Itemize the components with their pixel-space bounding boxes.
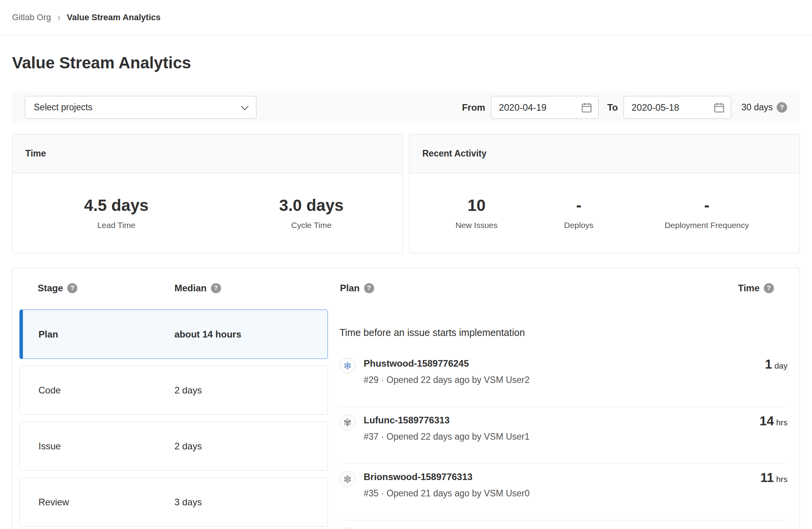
- lead-time-label: Lead Time: [12, 221, 220, 230]
- stage-description: Time before an issue starts implementati…: [340, 327, 788, 338]
- chevron-down-icon: [241, 103, 249, 110]
- event-row: ✾ Lufunc-1589776313 #37 · Opened 22 days…: [340, 407, 788, 464]
- help-icon[interactable]: ?: [67, 283, 77, 293]
- median-header-label: Median: [174, 283, 207, 294]
- deployment-frequency-metric: - Deployment Frequency: [614, 197, 800, 230]
- event-row: ✽ Brionswood-1589776313 #35 · Opened 21 …: [340, 464, 788, 520]
- flower-identicon-avatar: ✾: [340, 414, 355, 430]
- filter-bar: Select projects From To: [12, 92, 800, 123]
- event-issue-link[interactable]: Brionswood-1589776313: [364, 471, 753, 483]
- burst-identicon-avatar: ✽: [340, 471, 355, 487]
- stage-median: 2 days: [174, 385, 202, 396]
- deploys-metric: - Deploys: [544, 197, 614, 230]
- help-icon[interactable]: ?: [364, 283, 374, 293]
- stage-item-code[interactable]: Code 2 days: [19, 365, 328, 415]
- calendar-icon[interactable]: [714, 102, 725, 113]
- time-card: Time 4.5 days Lead Time 3.0 days Cycle T…: [12, 134, 403, 253]
- summary-cards: Time 4.5 days Lead Time 3.0 days Cycle T…: [12, 134, 800, 253]
- help-icon[interactable]: ?: [777, 102, 787, 113]
- event-time-value: 14: [760, 414, 774, 428]
- snowflake-identicon-avatar: ❄: [340, 358, 355, 374]
- event-list: ❄ Phustwood-1589776245 #29 · Opened 22 d…: [340, 350, 788, 529]
- new-issues-value: 10: [409, 197, 544, 214]
- event-time: 14hrs: [760, 414, 788, 428]
- stage-item-plan[interactable]: Plan about 14 hours: [19, 310, 328, 359]
- project-select-value: Select projects: [34, 102, 92, 113]
- to-label: To: [607, 102, 618, 113]
- stage-item-review[interactable]: Review 3 days: [19, 477, 328, 527]
- stage-name: Issue: [38, 441, 174, 452]
- event-time-unit: hrs: [776, 475, 788, 484]
- stage-nav-list: Plan about 14 hours Code 2 days Issue 2 …: [12, 310, 328, 529]
- deploys-label: Deploys: [544, 221, 614, 230]
- breadcrumb-link-gitlab-org[interactable]: Gitlab Org: [12, 12, 51, 23]
- stage-table-headers: Stage ? Median ? Plan ? Time ?: [12, 268, 800, 310]
- stage-name: Code: [38, 385, 174, 396]
- event-meta: #29 · Opened 22 days ago by VSM User2: [364, 374, 757, 386]
- breadcrumb-current: Value Stream Analytics: [67, 12, 160, 23]
- recent-activity-card: Recent Activity 10 New Issues - Deploys …: [409, 134, 800, 253]
- event-row: ❄ Phustwood-1589776245 #29 · Opened 22 d…: [340, 350, 788, 407]
- breadcrumb-separator-icon: ›: [57, 12, 61, 23]
- time-card-title: Time: [12, 134, 403, 173]
- event-issue-link[interactable]: Lufunc-1589776313: [364, 414, 752, 426]
- recent-activity-title: Recent Activity: [409, 134, 800, 173]
- event-time-value: 1: [765, 357, 772, 371]
- breadcrumb: Gitlab Org › Value Stream Analytics: [0, 0, 812, 35]
- from-date-field[interactable]: [491, 96, 599, 119]
- from-label: From: [462, 102, 485, 113]
- page-title: Value Stream Analytics: [0, 35, 812, 73]
- event-meta: #37 · Opened 22 days ago by VSM User1: [364, 431, 752, 442]
- time-header-label: Time: [738, 283, 760, 294]
- median-column-header: Median ?: [174, 283, 221, 294]
- stage-median: 3 days: [174, 497, 202, 508]
- event-time: 11hrs: [760, 470, 788, 485]
- help-icon[interactable]: ?: [764, 283, 774, 293]
- stage-name: Plan: [38, 329, 174, 340]
- deployment-frequency-label: Deployment Frequency: [614, 221, 800, 230]
- cycle-time-label: Cycle Time: [220, 221, 403, 230]
- date-range-filters: From To 30 days ?: [462, 96, 787, 119]
- lead-time-metric: 4.5 days Lead Time: [12, 197, 220, 230]
- stage-name: Review: [38, 497, 174, 508]
- to-date-field[interactable]: [624, 96, 731, 119]
- event-meta: #35 · Opened 21 days ago by VSM User0: [364, 487, 753, 499]
- plan-column-header: Plan ?: [340, 283, 374, 294]
- project-select-dropdown[interactable]: Select projects: [25, 96, 256, 119]
- event-time: 1day: [765, 357, 788, 372]
- event-time-value: 11: [760, 470, 774, 485]
- stage-median: 2 days: [174, 441, 202, 452]
- event-row-cutoff: [340, 520, 788, 529]
- event-time-unit: day: [774, 361, 788, 370]
- stage-median: about 14 hours: [174, 329, 241, 340]
- stage-table: Stage ? Median ? Plan ? Time ? Plan abou…: [12, 268, 800, 529]
- event-time-unit: hrs: [776, 418, 788, 427]
- days-range-label: 30 days: [741, 102, 773, 113]
- cycle-time-value: 3.0 days: [220, 197, 403, 214]
- value-stream-analytics-page: Gitlab Org › Value Stream Analytics Valu…: [0, 0, 812, 529]
- calendar-icon[interactable]: [581, 102, 592, 113]
- help-icon[interactable]: ?: [211, 283, 221, 293]
- to-date-input[interactable]: [631, 102, 714, 113]
- from-date-input[interactable]: [499, 102, 581, 113]
- cycle-time-metric: 3.0 days Cycle Time: [220, 197, 403, 230]
- stage-column-header: Stage ?: [38, 283, 77, 294]
- new-issues-label: New Issues: [409, 221, 544, 230]
- stage-header-label: Stage: [38, 283, 63, 294]
- event-issue-link[interactable]: Phustwood-1589776245: [364, 358, 757, 369]
- plan-header-label: Plan: [340, 283, 360, 294]
- stage-events-panel: Time before an issue starts implementati…: [340, 310, 800, 529]
- new-issues-metric: 10 New Issues: [409, 197, 544, 230]
- stage-item-issue[interactable]: Issue 2 days: [19, 421, 328, 471]
- time-column-header: Time ?: [738, 283, 774, 294]
- deployment-frequency-value: -: [614, 197, 800, 214]
- deploys-value: -: [544, 197, 614, 214]
- lead-time-value: 4.5 days: [12, 197, 220, 214]
